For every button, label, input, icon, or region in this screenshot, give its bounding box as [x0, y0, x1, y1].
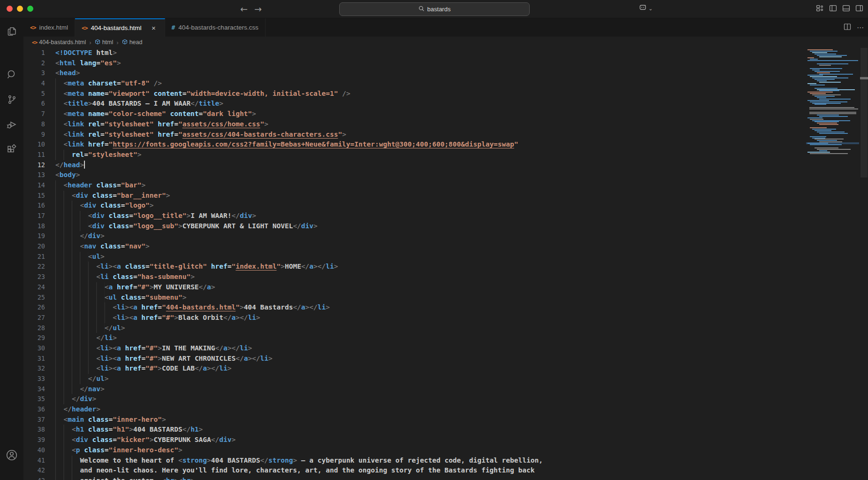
code-line[interactable]: </ul> [55, 374, 805, 384]
scrollbar-thumb[interactable] [860, 48, 868, 178]
code-line[interactable]: <h1 class="h1">404 BASTARDS</h1> [55, 425, 805, 435]
accounts-icon[interactable] [0, 446, 23, 465]
code-line[interactable]: <meta name="viewport" content="width=dev… [55, 89, 805, 99]
code-line[interactable]: <li><a href="#">CODE LAB</a></li> [55, 364, 805, 374]
line-number: 3 [23, 68, 45, 78]
close-tab-icon[interactable]: × [150, 24, 158, 32]
code-line[interactable]: <div class="kicker">CYBERPUNK SAGA</div> [55, 435, 805, 445]
breadcrumb-item-html[interactable]: html [95, 39, 114, 46]
code-line[interactable]: <html lang="es"> [55, 58, 805, 69]
code-line[interactable]: <meta name="color-scheme" content="dark … [55, 109, 805, 119]
breadcrumb-label: head [129, 39, 143, 46]
code-line[interactable]: <div class="bar__inner"> [55, 191, 805, 201]
breadcrumb-item-file[interactable]: <> 404-bastards.html [32, 39, 86, 46]
code-line[interactable]: <link rel="stylesheet" href="assets/css/… [55, 119, 805, 130]
extensions-icon[interactable] [0, 140, 23, 159]
code-line[interactable]: <p class="inner-hero-desc"> [55, 445, 805, 456]
code-line[interactable]: <li><a class="title-glitch" href="index.… [55, 262, 805, 272]
code-line[interactable]: <nav class="nav"> [55, 241, 805, 252]
code-line[interactable]: <li class="has-submenu"> [55, 272, 805, 282]
code-line[interactable]: rel="stylesheet"> [55, 150, 805, 160]
code-line[interactable]: against the system. <br><br> [55, 476, 805, 480]
code-content[interactable]: <!DOCTYPE html><html lang="es"><head> <m… [55, 48, 805, 480]
split-editor-icon[interactable] [844, 23, 851, 32]
code-line[interactable]: <li><a href="#">NEW ART CHRONICLES</a></… [55, 354, 805, 364]
explorer-icon[interactable] [0, 22, 23, 40]
editor[interactable]: 1234567891011121314151617181920212223242… [23, 48, 868, 480]
code-line[interactable]: <main class="inner-hero"> [55, 415, 805, 425]
text-cursor [84, 161, 85, 169]
code-line[interactable]: <title>404 BASTARDS — I AM WAAR</title> [55, 99, 805, 109]
code-line[interactable]: <header class="bar"> [55, 180, 805, 191]
code-line[interactable]: </header> [55, 404, 805, 415]
code-line[interactable]: </head> [55, 160, 805, 170]
title-bar: ← → bastards ⌄ [0, 0, 868, 18]
navigate-back-button[interactable]: ← [240, 3, 248, 15]
code-line[interactable]: </div> [55, 394, 805, 404]
line-number: 15 [23, 191, 45, 201]
code-line[interactable]: <li><a href="404-bastards.html">404 Bast… [55, 302, 805, 313]
line-number: 43 [23, 476, 45, 480]
breadcrumb-label: 404-bastards.html [39, 39, 86, 46]
breadcrumb-item-head[interactable]: head [122, 39, 143, 46]
activity-bar: 1 [0, 18, 23, 480]
code-line[interactable]: <li><a href="#">IN THE MAKING</a></li> [55, 343, 805, 354]
code-line[interactable]: <li><a href="#">Black Orbit</a></li> [55, 313, 805, 323]
code-line[interactable]: </nav> [55, 384, 805, 395]
source-control-icon[interactable] [0, 90, 23, 109]
command-center-search[interactable]: bastards [339, 2, 530, 16]
code-line[interactable]: <link rel="stylesheet" href="assets/css/… [55, 130, 805, 140]
code-line[interactable]: <body> [55, 170, 805, 180]
code-line[interactable]: <head> [55, 68, 805, 78]
code-line[interactable]: <meta charset="utf-8" /> [55, 78, 805, 89]
code-line[interactable]: </div> [55, 231, 805, 241]
toggle-primary-sidebar-icon[interactable] [829, 4, 837, 12]
line-number: 30 [23, 343, 45, 354]
code-line[interactable]: <ul> [55, 252, 805, 262]
tab-index-html[interactable]: <> index.html [23, 18, 75, 37]
minimize-window-button[interactable] [17, 6, 23, 12]
code-line[interactable]: <a href="#">MY UNIVERSE</a> [55, 282, 805, 293]
line-number: 18 [23, 221, 45, 232]
tab-404-bastards-html[interactable]: <> 404-bastards.html × [75, 18, 165, 37]
code-line[interactable]: </ul> [55, 323, 805, 333]
line-number: 25 [23, 293, 45, 303]
code-line[interactable]: <div class="logo__title">I AM WAAR!</div… [55, 211, 805, 221]
search-sidebar-icon[interactable] [0, 65, 23, 84]
code-line[interactable]: <div class="logo__sub">CYBERPUNK ART & L… [55, 221, 805, 232]
tab-404-bastards-characters-css[interactable]: # 404-bastards-characters.css [165, 18, 266, 37]
breadcrumb-separator: › [88, 39, 92, 46]
vertical-scrollbar[interactable] [860, 48, 868, 480]
line-number: 10 [23, 139, 45, 150]
line-number: 28 [23, 323, 45, 333]
code-line[interactable]: <!DOCTYPE html> [55, 48, 805, 58]
line-number: 42 [23, 465, 45, 476]
settings-gear-icon[interactable]: 1 [0, 477, 23, 480]
toggle-secondary-sidebar-icon[interactable] [855, 4, 863, 12]
navigate-forward-button[interactable]: → [254, 3, 262, 15]
minimap[interactable] [806, 48, 860, 480]
code-line[interactable]: <link href="https://fonts.googleapis.com… [55, 139, 805, 150]
copilot-menu[interactable]: ⌄ [639, 4, 653, 14]
line-number: 37 [23, 415, 45, 425]
code-line[interactable]: <div class="logo"> [55, 201, 805, 211]
line-number: 29 [23, 333, 45, 343]
chevron-down-icon: ⌄ [648, 6, 653, 12]
code-line[interactable]: <ul class="submenu"> [55, 293, 805, 303]
toggle-panel-icon[interactable] [842, 4, 850, 12]
zoom-window-button[interactable] [27, 6, 33, 12]
close-window-button[interactable] [7, 6, 13, 12]
line-number: 39 [23, 435, 45, 445]
line-number: 31 [23, 354, 45, 364]
code-line[interactable]: and neon-lit chaos. Here you'll find lor… [55, 465, 805, 476]
overview-ruler-cursor-mark [860, 77, 868, 79]
line-number: 12 [23, 160, 45, 170]
run-debug-icon[interactable] [0, 115, 23, 134]
code-line[interactable]: Welcome to the heart of <strong>404 BAST… [55, 456, 805, 466]
line-number: 4 [23, 78, 45, 89]
line-number: 21 [23, 252, 45, 262]
line-number: 22 [23, 262, 45, 272]
more-actions-icon[interactable]: ⋯ [857, 23, 864, 32]
customize-layout-icon[interactable] [816, 4, 824, 12]
code-line[interactable]: </li> [55, 333, 805, 343]
